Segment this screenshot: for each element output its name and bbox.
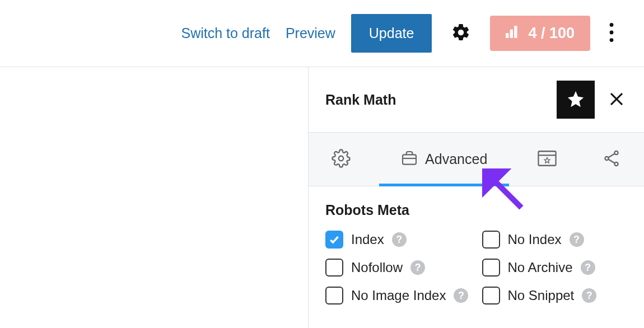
tab-general[interactable] (309, 133, 374, 186)
robots-noimageindex-row: No Image Index ? (325, 287, 471, 304)
settings-cog-icon (332, 149, 351, 170)
section-title: Robots Meta (325, 202, 627, 218)
svg-point-3 (610, 23, 614, 27)
svg-point-5 (610, 38, 614, 42)
editor-canvas (0, 67, 308, 328)
svg-rect-1 (510, 30, 513, 38)
share-nodes-icon (602, 149, 621, 170)
checkbox-noarchive[interactable] (482, 259, 500, 277)
svg-point-13 (605, 156, 609, 160)
robots-noindex-row: No Index ? (482, 231, 628, 249)
close-icon (608, 101, 625, 109)
editor-body: Rank Math (0, 67, 644, 328)
svg-rect-9 (403, 154, 416, 164)
tab-advanced[interactable]: Advanced (374, 133, 515, 186)
more-menu-button[interactable] (606, 20, 617, 47)
checkbox-index[interactable] (325, 231, 343, 249)
svg-rect-2 (515, 26, 517, 38)
checkbox-noindex[interactable] (482, 231, 500, 249)
tab-social[interactable] (579, 133, 644, 186)
switch-to-draft-link[interactable]: Switch to draft (181, 25, 269, 41)
svg-point-15 (615, 162, 618, 165)
dots-vertical-icon (609, 23, 614, 44)
score-value: 4 / 100 (528, 25, 575, 42)
robots-noarchive-row: No Archive ? (482, 259, 628, 277)
star-button[interactable] (557, 81, 595, 119)
robots-meta-section: Robots Meta Index ? No Index ? (309, 186, 644, 310)
svg-point-14 (615, 151, 618, 154)
help-icon[interactable]: ? (582, 288, 596, 303)
help-icon[interactable]: ? (410, 260, 425, 275)
editor-toolbar: Switch to draft Preview Update 4 / 100 (0, 0, 644, 67)
settings-button[interactable] (447, 19, 474, 48)
checkbox-noarchive-label: No Archive (508, 260, 573, 275)
close-panel-button[interactable] (606, 88, 627, 111)
panel-header: Rank Math (309, 67, 644, 133)
checkbox-noindex-label: No Index (508, 232, 562, 247)
panel-tabs: Advanced (309, 133, 644, 186)
gear-icon (451, 22, 471, 44)
score-chart-icon (506, 25, 520, 42)
preview-link[interactable]: Preview (286, 25, 335, 41)
help-icon[interactable]: ? (392, 232, 407, 247)
checkbox-nofollow[interactable] (325, 259, 343, 277)
briefcase-icon (400, 149, 418, 170)
svg-line-16 (608, 153, 614, 157)
checkbox-nosnippet[interactable] (482, 287, 500, 304)
browser-star-icon (538, 150, 557, 169)
checkbox-noimageindex[interactable] (325, 287, 343, 304)
robots-nofollow-row: Nofollow ? (325, 259, 471, 277)
tab-advanced-label: Advanced (425, 151, 487, 167)
rankmath-sidebar: Rank Math (308, 67, 644, 328)
checkbox-nosnippet-label: No Snippet (508, 288, 575, 303)
checkbox-nofollow-label: Nofollow (351, 260, 403, 275)
help-icon[interactable]: ? (570, 232, 584, 247)
robots-index-row: Index ? (325, 231, 471, 249)
robots-nosnippet-row: No Snippet ? (482, 287, 628, 304)
help-icon[interactable]: ? (581, 260, 595, 275)
update-button[interactable]: Update (351, 14, 432, 53)
svg-point-8 (339, 156, 344, 161)
svg-point-4 (610, 31, 614, 35)
panel-title: Rank Math (325, 92, 396, 108)
seo-score-badge[interactable]: 4 / 100 (490, 16, 590, 51)
help-icon[interactable]: ? (454, 288, 468, 303)
checkbox-index-label: Index (351, 232, 384, 247)
star-icon (566, 90, 585, 110)
checkbox-noimageindex-label: No Image Index (351, 288, 446, 303)
svg-rect-0 (506, 33, 508, 38)
svg-line-17 (608, 159, 614, 163)
tab-schema[interactable] (515, 133, 580, 186)
